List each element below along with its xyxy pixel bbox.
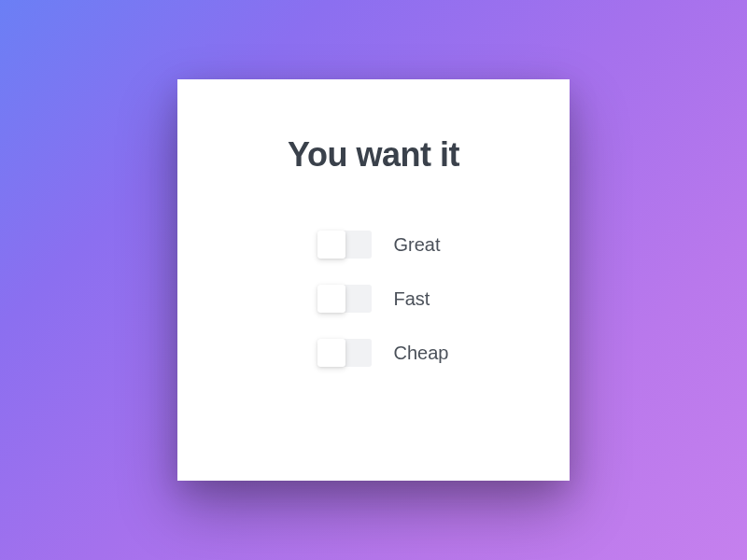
toggle-knob [317,231,345,259]
toggle-label-fast: Fast [394,288,430,310]
toggle-fast[interactable] [317,285,372,313]
toggle-row-cheap: Cheap [317,339,449,367]
card: You want it Great Fast Cheap [177,79,570,481]
toggle-label-great: Great [394,234,441,256]
toggle-knob [317,285,345,313]
toggle-knob [317,339,345,367]
toggle-great[interactable] [317,231,372,259]
toggle-list: Great Fast Cheap [317,231,449,367]
toggle-row-great: Great [317,231,441,259]
toggle-label-cheap: Cheap [394,343,449,364]
toggle-cheap[interactable] [317,339,372,367]
toggle-row-fast: Fast [317,285,430,313]
card-title: You want it [288,135,459,175]
